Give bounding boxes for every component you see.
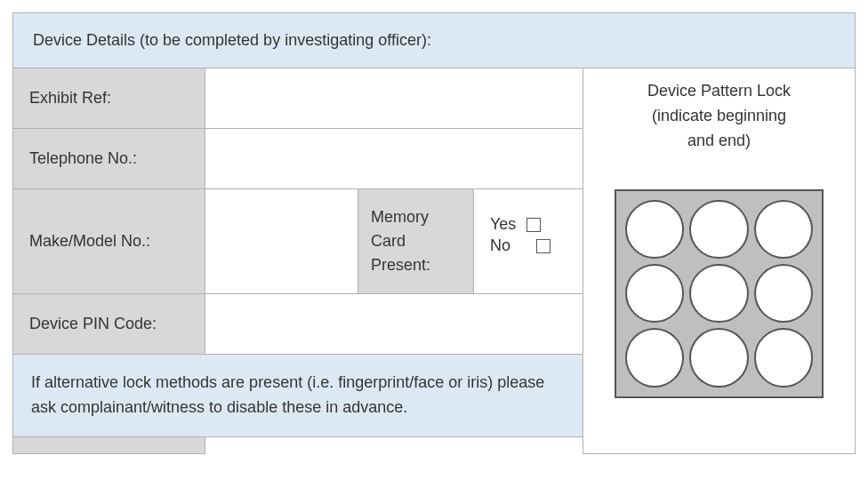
make-model-row: Make/Model No.: Memory Card Present: Yes… bbox=[13, 189, 583, 294]
pin-row: Device PIN Code: bbox=[13, 294, 583, 355]
pattern-dot-5[interactable] bbox=[689, 264, 748, 323]
pattern-dot-8[interactable] bbox=[689, 328, 748, 387]
pattern-dot-7[interactable] bbox=[625, 328, 684, 387]
form-header: Device Details (to be completed by inves… bbox=[13, 13, 855, 68]
make-model-label: Make/Model No.: bbox=[13, 189, 205, 293]
yes-checkbox[interactable] bbox=[526, 218, 541, 232]
pattern-dot-1[interactable] bbox=[625, 200, 684, 259]
pattern-dot-4[interactable] bbox=[625, 264, 684, 323]
no-label: No bbox=[490, 236, 510, 255]
exhibit-ref-input[interactable] bbox=[205, 68, 583, 128]
left-column: Exhibit Ref: Telephone No.: Make/Model N… bbox=[13, 68, 583, 453]
form-header-text: Device Details (to be completed by inves… bbox=[33, 31, 431, 49]
telephone-row: Telephone No.: bbox=[13, 129, 583, 189]
partial-next-row bbox=[13, 437, 583, 453]
yes-label: Yes bbox=[490, 215, 516, 234]
memory-card-label-text: Memory Card Present: bbox=[371, 205, 461, 277]
exhibit-ref-label-text: Exhibit Ref: bbox=[29, 89, 111, 108]
pattern-title-line1: Device Pattern Lock bbox=[647, 79, 791, 104]
alternative-lock-note: If alternative lock methods are present … bbox=[13, 355, 583, 437]
memory-card-value: Yes No bbox=[474, 189, 583, 293]
pattern-lock-column: Device Pattern Lock (indicate beginning … bbox=[583, 68, 855, 453]
pattern-dot-6[interactable] bbox=[754, 264, 813, 323]
memory-card-label: Memory Card Present: bbox=[358, 189, 474, 293]
note-text: If alternative lock methods are present … bbox=[31, 373, 544, 416]
form-body: Exhibit Ref: Telephone No.: Make/Model N… bbox=[13, 68, 855, 453]
exhibit-ref-label: Exhibit Ref: bbox=[13, 68, 205, 128]
memory-no-option: No bbox=[490, 236, 567, 255]
partial-value-cell bbox=[205, 437, 583, 455]
pattern-lock-title: Device Pattern Lock (indicate beginning … bbox=[640, 79, 798, 154]
make-model-input[interactable] bbox=[205, 189, 358, 293]
telephone-label: Telephone No.: bbox=[13, 129, 205, 188]
pin-label: Device PIN Code: bbox=[13, 294, 205, 354]
pattern-title-line2: (indicate beginning bbox=[647, 104, 791, 129]
exhibit-ref-row: Exhibit Ref: bbox=[13, 68, 583, 129]
make-model-label-text: Make/Model No.: bbox=[29, 232, 150, 251]
pin-label-text: Device PIN Code: bbox=[29, 315, 157, 333]
pin-input[interactable] bbox=[205, 294, 583, 354]
pattern-title-line3: and end) bbox=[647, 129, 791, 154]
partial-label-cell bbox=[13, 437, 205, 453]
no-checkbox[interactable] bbox=[536, 239, 551, 253]
pattern-dot-9[interactable] bbox=[754, 328, 813, 387]
telephone-input[interactable] bbox=[205, 129, 583, 188]
pattern-lock-grid[interactable] bbox=[615, 189, 824, 398]
pattern-dot-2[interactable] bbox=[689, 200, 748, 259]
memory-yes-option: Yes bbox=[490, 215, 567, 234]
pattern-dot-3[interactable] bbox=[754, 200, 813, 259]
device-details-form: Device Details (to be completed by inves… bbox=[12, 12, 856, 454]
telephone-label-text: Telephone No.: bbox=[29, 149, 137, 168]
